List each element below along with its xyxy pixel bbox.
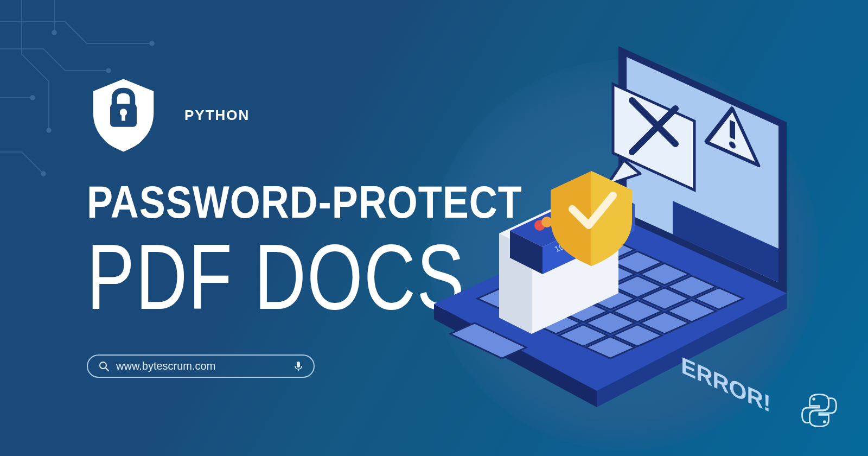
topic-label: PYTHON [184,107,250,124]
svg-point-20 [812,397,815,401]
svg-point-5 [41,172,46,176]
svg-rect-14 [730,120,735,140]
svg-point-4 [30,96,35,100]
mic-icon [294,361,303,372]
laptop-illustration: ERROR! 1098 7654 3210 [418,33,797,413]
search-url-text: www.bytescrum.com [116,360,288,372]
svg-point-1 [106,68,111,73]
svg-point-21 [823,420,826,423]
svg-rect-11 [297,362,300,368]
search-icon [99,361,110,372]
svg-line-10 [106,368,108,371]
python-icon [800,391,838,432]
svg-point-3 [52,30,56,35]
svg-rect-8 [122,113,125,121]
svg-point-2 [47,128,51,132]
svg-text:ERROR!: ERROR! [681,352,771,413]
lock-shield-icon [87,76,160,155]
svg-point-9 [100,362,106,369]
search-bar[interactable]: www.bytescrum.com [87,354,315,378]
svg-point-0 [150,41,154,46]
